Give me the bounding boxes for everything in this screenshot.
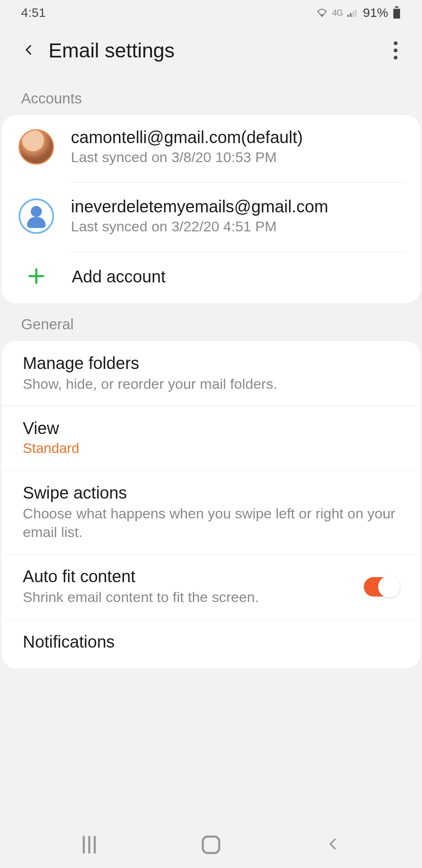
account-email: camontelli@gmail.com(default)	[71, 128, 403, 146]
setting-value: Standard	[23, 439, 399, 458]
nav-home-button[interactable]	[202, 835, 220, 854]
add-account-label: Add account	[72, 267, 165, 286]
account-sync: Last synced on 3/22/20 4:51 PM	[71, 218, 403, 235]
battery-icon	[392, 6, 401, 19]
setting-subtitle: Show, hide, or reorder your mail folders…	[23, 374, 399, 393]
section-label-general: General	[0, 303, 422, 341]
status-bar: 4:51 4G 91%	[0, 0, 422, 25]
setting-title: Manage folders	[23, 354, 399, 373]
setting-notifications[interactable]: Notifications	[2, 620, 420, 668]
setting-title: View	[23, 419, 399, 438]
svg-rect-4	[355, 10, 357, 17]
battery-percent: 91%	[363, 5, 388, 20]
svg-rect-5	[395, 6, 398, 8]
setting-subtitle: Shrink email content to fit the screen.	[23, 588, 355, 606]
account-sync: Last synced on 3/8/20 10:53 PM	[71, 149, 403, 165]
account-email: ineverdeletemyemails@gmail.com	[71, 197, 403, 216]
setting-title: Notifications	[23, 632, 399, 651]
status-icons: 4G 91%	[316, 5, 401, 20]
setting-manage-folders[interactable]: Manage folders Show, hide, or reorder yo…	[2, 341, 420, 406]
nav-recent-button[interactable]	[83, 836, 96, 854]
account-row[interactable]: camontelli@gmail.com(default) Last synce…	[2, 115, 420, 174]
general-card: Manage folders Show, hide, or reorder yo…	[2, 341, 420, 668]
network-type-icon: 4G	[332, 8, 343, 18]
wifi-icon	[316, 8, 328, 17]
auto-fit-toggle[interactable]	[364, 577, 399, 597]
setting-title: Swipe actions	[23, 483, 399, 502]
back-button[interactable]	[23, 44, 34, 57]
svg-rect-7	[393, 9, 400, 19]
setting-subtitle: Choose what happens when you swipe left …	[23, 504, 399, 541]
setting-auto-fit[interactable]: Auto fit content Shrink email content to…	[2, 554, 420, 619]
nav-back-button[interactable]	[327, 838, 339, 852]
signal-icon	[347, 8, 359, 17]
more-options-button[interactable]	[390, 38, 401, 63]
status-time: 4:51	[21, 5, 46, 20]
add-account-button[interactable]: Add account	[2, 252, 420, 303]
setting-swipe-actions[interactable]: Swipe actions Choose what happens when y…	[2, 471, 420, 554]
setting-view[interactable]: View Standard	[2, 406, 420, 471]
svg-rect-2	[350, 13, 352, 17]
accounts-card: camontelli@gmail.com(default) Last synce…	[2, 115, 420, 303]
svg-rect-1	[347, 15, 349, 17]
plus-icon	[28, 268, 72, 286]
navigation-bar	[0, 822, 422, 868]
avatar	[19, 129, 54, 165]
svg-point-0	[321, 14, 323, 16]
setting-title: Auto fit content	[23, 567, 355, 586]
app-header: Email settings	[0, 25, 422, 80]
avatar	[19, 198, 54, 234]
section-label-accounts: Accounts	[0, 80, 422, 115]
page-title: Email settings	[49, 39, 175, 62]
svg-rect-3	[352, 11, 354, 17]
account-row[interactable]: ineverdeletemyemails@gmail.com Last sync…	[2, 183, 420, 243]
